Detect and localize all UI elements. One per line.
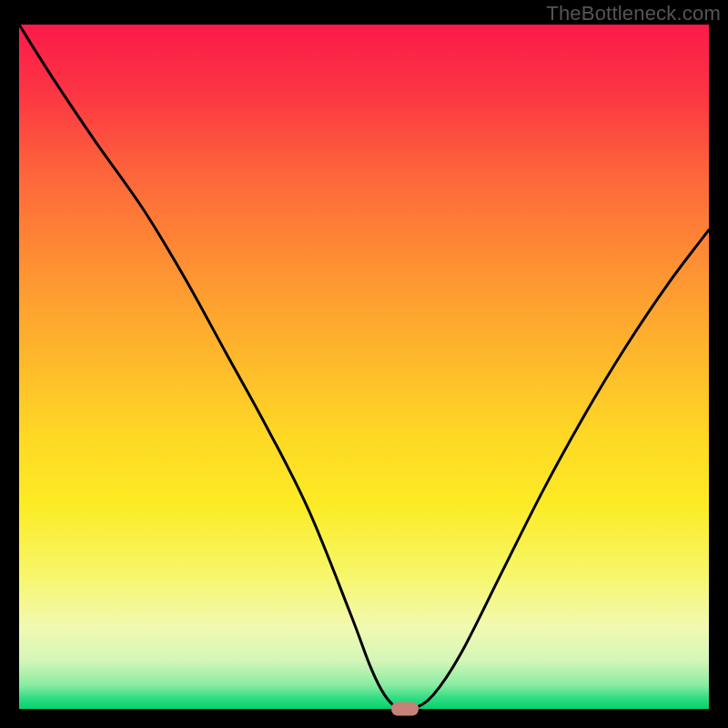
optimal-point-marker (391, 703, 419, 716)
chart-frame: TheBottleneck.com (0, 0, 728, 728)
watermark-text: TheBottleneck.com (546, 2, 721, 25)
plot-area (19, 25, 709, 709)
gradient-background (19, 25, 709, 709)
chart-svg (19, 25, 709, 709)
